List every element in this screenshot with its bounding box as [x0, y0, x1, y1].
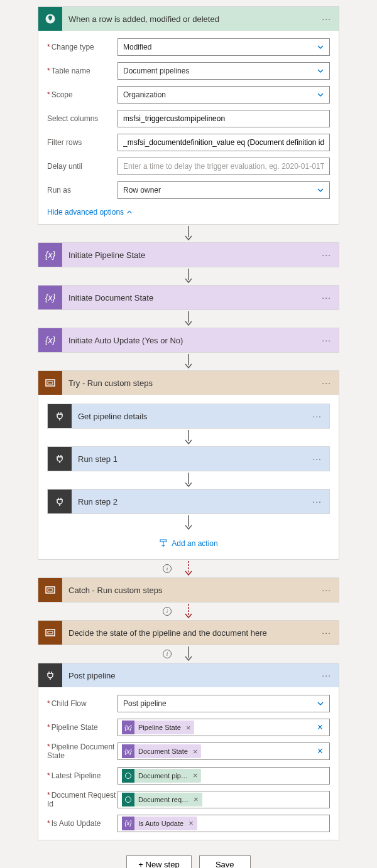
- step-run-step-2[interactable]: Run step 2 ···: [47, 489, 330, 514]
- latest-pipeline-label: Latest Pipeline: [47, 771, 117, 780]
- arrow-connector: [0, 225, 377, 242]
- latest-pipeline-input[interactable]: Document pip… ×: [117, 767, 330, 785]
- scope-body: Get pipeline details ··· Run step 1 ···: [38, 395, 339, 559]
- svg-rect-5: [48, 382, 53, 384]
- step-initiate-auto-update[interactable]: {x} Initiate Auto Update (Yes or No) ···: [38, 328, 339, 353]
- arrow-connector: [47, 429, 330, 446]
- svg-rect-4: [46, 380, 55, 386]
- step-initiate-pipeline-state[interactable]: {x} Initiate Pipeline State ···: [38, 242, 339, 267]
- more-icon[interactable]: ···: [310, 454, 324, 464]
- arrow-connector: [47, 514, 330, 532]
- remove-token-icon[interactable]: ×: [186, 723, 191, 732]
- chevron-down-icon: [317, 67, 324, 75]
- arrow-connector: [0, 310, 377, 328]
- is-auto-update-label: Is Auto Update: [47, 819, 117, 828]
- step-title: Get pipeline details: [72, 412, 310, 421]
- info-icon[interactable]: i: [163, 564, 172, 573]
- clear-input-icon[interactable]: ×: [315, 722, 325, 733]
- scope-icon: [38, 371, 62, 395]
- info-icon[interactable]: i: [163, 650, 172, 658]
- document-state-input[interactable]: {x} Document State × ×: [117, 742, 330, 760]
- is-auto-update-input[interactable]: {x} Is Auto Update ×: [117, 815, 330, 832]
- step-title: Post pipeline: [62, 671, 319, 680]
- step-get-pipeline-details[interactable]: Get pipeline details ···: [47, 404, 330, 429]
- trigger-body: Change type Modified Table name Document…: [38, 31, 339, 224]
- variable-icon: {x}: [38, 286, 62, 309]
- step-run-step-1[interactable]: Run step 1 ···: [47, 446, 330, 471]
- svg-rect-13: [46, 587, 55, 593]
- more-icon[interactable]: ···: [319, 292, 334, 303]
- plug-icon: [48, 404, 72, 428]
- child-flow-select[interactable]: Post pipeline: [117, 695, 330, 712]
- step-title: Run step 1: [72, 454, 310, 464]
- token-pipeline-state[interactable]: {x} Pipeline State ×: [122, 721, 194, 734]
- table-name-select[interactable]: Document pipelines: [117, 62, 330, 80]
- remove-token-icon[interactable]: ×: [188, 818, 194, 828]
- scope-try: Try - Run custom steps ··· Get pipeline …: [38, 370, 339, 560]
- svg-rect-14: [48, 589, 53, 591]
- document-state-label: Pipeline Document State: [47, 742, 117, 761]
- step-initiate-document-state[interactable]: {x} Initiate Document State ···: [38, 285, 339, 310]
- change-type-select[interactable]: Modified: [117, 38, 330, 56]
- scope-title: Try - Run custom steps: [62, 378, 319, 388]
- step-post-pipeline: Post pipeline ··· Child Flow Post pipeli…: [38, 663, 339, 840]
- new-step-button[interactable]: + New step: [126, 855, 191, 868]
- change-type-label: Change type: [47, 43, 117, 51]
- document-request-id-label: Document Request Id: [47, 791, 117, 808]
- token-is-auto-update[interactable]: {x} Is Auto Update ×: [122, 817, 197, 830]
- trigger-header[interactable]: When a row is added, modified or deleted…: [38, 7, 339, 31]
- pipeline-state-input[interactable]: {x} Pipeline State × ×: [117, 719, 330, 736]
- dataverse-icon: [38, 7, 62, 31]
- scope-select[interactable]: Organization: [117, 86, 330, 104]
- more-icon[interactable]: ···: [319, 14, 334, 24]
- variable-icon: {x}: [122, 817, 134, 830]
- more-icon[interactable]: ···: [310, 496, 324, 506]
- scope-icon: [38, 621, 62, 645]
- info-icon[interactable]: i: [163, 607, 172, 616]
- hide-advanced-link[interactable]: Hide advanced options: [47, 208, 133, 217]
- step-title: Initiate Pipeline State: [62, 250, 319, 260]
- select-columns-label: Select columns: [47, 114, 117, 123]
- more-icon[interactable]: ···: [319, 628, 334, 638]
- variable-icon: {x}: [122, 744, 134, 758]
- more-icon[interactable]: ···: [310, 411, 324, 421]
- more-icon[interactable]: ···: [319, 378, 334, 388]
- scope-decide[interactable]: Decide the state of the pipeline and the…: [38, 620, 339, 645]
- chevron-down-icon: [317, 186, 324, 194]
- pipeline-state-label: Pipeline State: [47, 723, 117, 732]
- remove-token-icon[interactable]: ×: [193, 747, 198, 756]
- step-header[interactable]: Post pipeline ···: [38, 663, 339, 687]
- document-request-id-input[interactable]: Document req… ×: [117, 791, 330, 808]
- child-flow-label: Child Flow: [47, 699, 117, 708]
- variable-icon: {x}: [38, 328, 62, 352]
- token-document-request[interactable]: Document req… ×: [122, 793, 202, 806]
- more-icon[interactable]: ···: [319, 670, 334, 680]
- more-icon[interactable]: ···: [319, 585, 334, 595]
- step-title: Initiate Auto Update (Yes or No): [62, 336, 319, 345]
- token-latest-pipeline[interactable]: Document pip… ×: [122, 769, 201, 783]
- scope-header[interactable]: Try - Run custom steps ···: [38, 371, 339, 395]
- scope-catch[interactable]: Catch - Run custom steps ···: [38, 577, 339, 603]
- run-as-select[interactable]: Row owner: [117, 181, 330, 199]
- run-as-label: Run as: [47, 186, 117, 195]
- filter-rows-input[interactable]: [117, 134, 330, 151]
- trigger-title: When a row is added, modified or deleted: [62, 14, 319, 24]
- add-action-icon: [159, 539, 168, 548]
- save-button[interactable]: Save: [199, 855, 251, 868]
- scope-label: Scope: [47, 90, 117, 99]
- clear-input-icon[interactable]: ×: [315, 746, 325, 757]
- svg-rect-16: [46, 630, 55, 636]
- add-action-button[interactable]: Add an action: [47, 532, 330, 550]
- svg-point-19: [126, 773, 131, 778]
- more-icon[interactable]: ···: [319, 335, 334, 345]
- remove-token-icon[interactable]: ×: [193, 771, 198, 780]
- arrow-connector: [47, 471, 330, 489]
- plug-icon: [48, 490, 72, 513]
- delay-until-input[interactable]: [117, 158, 330, 175]
- token-document-state[interactable]: {x} Document State ×: [122, 744, 201, 758]
- more-icon[interactable]: ···: [319, 250, 334, 260]
- select-columns-input[interactable]: [117, 110, 330, 127]
- chevron-down-icon: [317, 91, 324, 99]
- remove-token-icon[interactable]: ×: [194, 795, 199, 804]
- table-name-label: Table name: [47, 67, 117, 75]
